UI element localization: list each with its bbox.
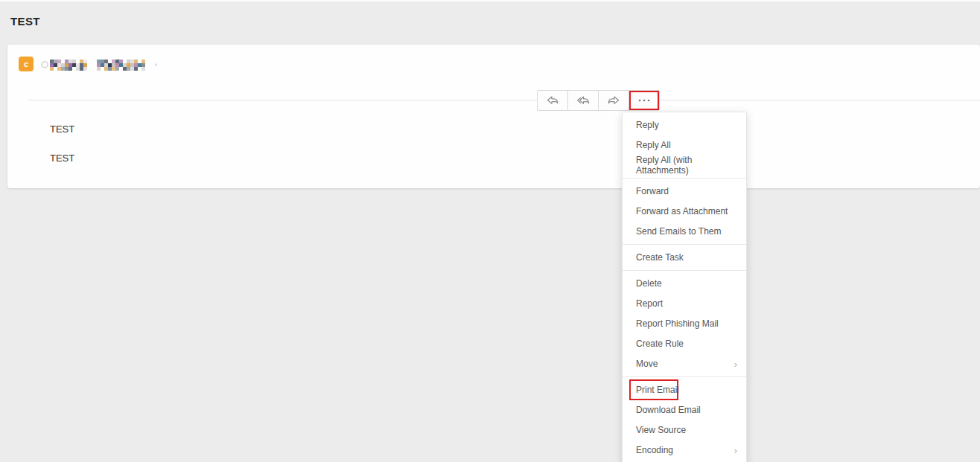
menu-item-send-emails-to-them[interactable]: Send Emails to Them — [623, 222, 746, 242]
menu-divider — [623, 376, 746, 377]
menu-item-label: Reply All (with Attachments) — [636, 155, 737, 176]
menu-item-label: Reply All — [636, 140, 671, 150]
submenu-chevron-icon: › — [734, 359, 737, 369]
menu-item-label: Move — [636, 359, 658, 369]
reply-icon — [546, 94, 559, 106]
more-icon — [637, 98, 651, 103]
menu-item-report[interactable]: Report — [623, 294, 746, 314]
menu-item-reply[interactable]: Reply — [623, 115, 746, 135]
sender-avatar: c — [19, 57, 34, 71]
menu-item-label: Reply — [636, 120, 659, 130]
toolbar-divider — [28, 100, 980, 100]
avatar-letter: c — [24, 60, 28, 68]
menu-item-label: Download Email — [636, 405, 701, 415]
menu-item-forward[interactable]: Forward — [623, 182, 746, 202]
more-button[interactable] — [629, 90, 660, 111]
menu-item-label: Create Rule — [636, 339, 684, 349]
forward-button[interactable] — [598, 90, 629, 111]
menu-divider — [623, 178, 746, 179]
menu-item-label: Send Emails to Them — [636, 226, 722, 237]
menu-item-move[interactable]: Move› — [623, 354, 746, 374]
menu-item-print-email[interactable]: Print Email — [623, 380, 746, 400]
menu-item-download-email[interactable]: Download Email — [623, 400, 746, 420]
menu-divider — [623, 270, 746, 271]
menu-item-delete[interactable]: Delete — [623, 274, 746, 294]
message-action-toolbar — [537, 90, 660, 111]
menu-item-forward-as-attachment[interactable]: Forward as Attachment — [623, 202, 746, 222]
menu-item-encoding[interactable]: Encoding› — [623, 440, 746, 461]
menu-item-report-phishing-mail[interactable]: Report Phishing Mail — [623, 314, 746, 334]
more-actions-menu: ReplyReply AllReply All (with Attachment… — [622, 112, 747, 462]
menu-item-label: Delete — [636, 278, 662, 289]
page-title: TEST — [10, 15, 40, 28]
menu-item-label: Create Task — [636, 252, 684, 263]
menu-item-view-source[interactable]: View Source — [623, 420, 746, 440]
menu-item-create-task[interactable]: Create Task — [623, 248, 746, 268]
menu-item-label: Encoding — [636, 445, 673, 455]
email-card: c › TEST TEST — [7, 45, 980, 188]
menu-item-label: Report — [636, 298, 663, 309]
menu-item-label: Forward — [636, 186, 669, 196]
top-strip — [0, 0, 980, 1]
menu-item-label: Forward as Attachment — [636, 206, 728, 216]
email-body-line: TEST — [50, 153, 74, 164]
menu-item-reply-all-with-attachments[interactable]: Reply All (with Attachments) — [623, 155, 746, 176]
sender-row[interactable]: › — [41, 59, 157, 71]
menu-item-label: View Source — [636, 425, 686, 435]
email-body-line: TEST — [50, 123, 74, 135]
forward-icon — [607, 94, 620, 106]
redacted-sender-mosaic — [41, 59, 153, 71]
menu-item-label: Print Email — [636, 385, 679, 395]
reply-button[interactable] — [537, 90, 568, 111]
reply-all-icon — [576, 94, 591, 106]
sender-expand-chevron-icon[interactable]: › — [155, 62, 157, 68]
webmail-page: TEST c › TEST TEST ReplyReply AllReply A… — [0, 0, 980, 462]
reply-all-button[interactable] — [567, 90, 599, 111]
menu-item-create-rule[interactable]: Create Rule — [623, 334, 746, 354]
menu-divider — [623, 244, 746, 245]
menu-item-reply-all[interactable]: Reply All — [623, 135, 746, 155]
submenu-chevron-icon: › — [734, 446, 737, 455]
menu-item-label: Report Phishing Mail — [636, 318, 719, 329]
